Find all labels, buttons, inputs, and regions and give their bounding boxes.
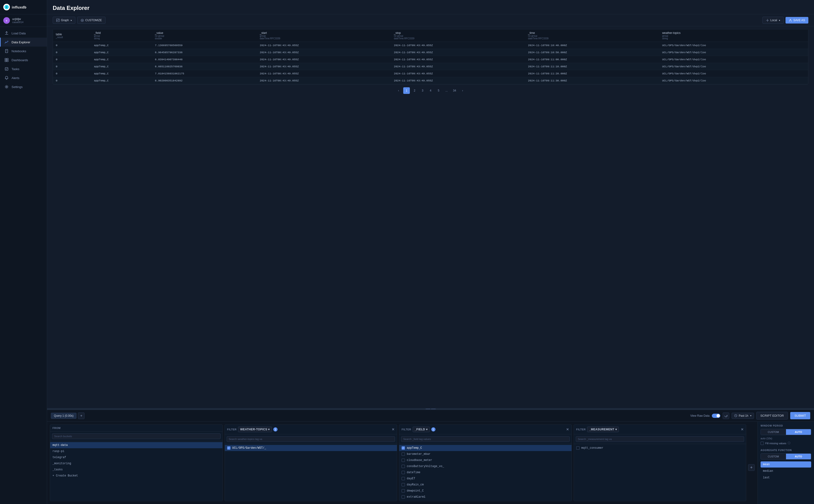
aggregate-function-section: AGGREGATE FUNCTION CUSTOM AUTO meanmedia… — [761, 449, 811, 481]
save-label: SAVE AS — [793, 19, 805, 22]
svg-rect-6 — [7, 58, 8, 60]
filter-1-list: ✓ UCL/OPS/Garden/WST/_ — [225, 444, 397, 501]
chevron-down-icon: ▾ — [268, 428, 270, 431]
list-item[interactable]: cloudbase_meter — [399, 457, 572, 463]
cell-start: 2024-11-16T08:43:49.055Z — [257, 42, 391, 49]
sidebar-item-tasks[interactable]: Tasks — [0, 64, 47, 73]
list-item[interactable]: extraAlarm1 — [399, 494, 572, 500]
page-2-button[interactable]: 2 — [411, 87, 418, 94]
filter-1-label: Filter — [227, 428, 237, 431]
list-item[interactable]: mqtt-data — [50, 442, 222, 448]
page-5-button[interactable]: 5 — [435, 87, 442, 94]
aggregate-function-item[interactable]: median — [761, 468, 811, 474]
sidebar-item-alerts[interactable]: Alerts — [0, 73, 47, 82]
filter-3-label: Filter — [576, 428, 586, 431]
page-3-button[interactable]: 3 — [419, 87, 426, 94]
add-query-button[interactable]: + — [78, 412, 84, 419]
graph-button[interactable]: Graph ▾ — [53, 17, 75, 24]
submit-button[interactable]: SUBMIT — [790, 412, 810, 419]
filter-3-close-button[interactable]: ✕ — [741, 428, 744, 431]
window-period-title: WINDOW PERIOD — [761, 424, 811, 427]
save-as-button[interactable]: SAVE AS — [786, 17, 808, 24]
list-item[interactable]: barometer_mbar — [399, 451, 572, 457]
time-range-button[interactable]: Past 1h ▾ — [732, 413, 754, 419]
page-4-button[interactable]: 4 — [427, 87, 434, 94]
agg-custom-button[interactable]: CUSTOM — [761, 454, 786, 459]
add-filter-button[interactable]: + — [748, 464, 755, 471]
sidebar-item-settings[interactable]: Settings — [0, 82, 47, 91]
list-item[interactable]: dateTime — [399, 469, 572, 476]
svg-rect-5 — [5, 58, 6, 60]
filter-item-label: appTemp_C — [407, 446, 422, 450]
filter-1-search-input[interactable] — [227, 436, 395, 442]
filter-3-search-input[interactable] — [576, 436, 744, 442]
chevron-down-icon: ▾ — [71, 19, 72, 22]
window-custom-button[interactable]: CUSTOM — [761, 429, 786, 435]
page-header: Data Explorer — [47, 0, 814, 14]
cell-time: 2024-11-16T09:10:50.000Z — [525, 49, 659, 56]
aggregate-function-item[interactable]: last — [761, 475, 811, 481]
cell-start: 2024-11-16T08:43:49.055Z — [257, 56, 391, 63]
list-item[interactable]: consBatteryVoltage_vo_ — [399, 463, 572, 469]
avatar: c — [3, 17, 10, 24]
aggregate-toggle: CUSTOM AUTO — [761, 453, 811, 460]
filter-2-dropdown[interactable]: _field ▾ — [413, 427, 430, 432]
user-profile[interactable]: c ucjtdjw casa0014 — [0, 14, 47, 27]
filter-2-close-button[interactable]: ✕ — [566, 428, 569, 431]
script-editor-button[interactable]: SCRIPT EDITOR — [756, 412, 788, 420]
page-1-button[interactable]: 1 — [403, 87, 410, 94]
search-buckets-input[interactable] — [52, 433, 220, 439]
list-item[interactable]: telegraf — [50, 454, 222, 460]
filter-1-close-button[interactable]: ✕ — [392, 428, 395, 431]
prev-page-button[interactable]: ‹ — [395, 87, 402, 94]
customize-button[interactable]: CUSTOMIZE — [77, 17, 105, 24]
cell-table: 0 — [53, 63, 91, 70]
window-auto-button[interactable]: AUTO — [786, 429, 811, 435]
aggregate-function-item[interactable]: mean — [761, 461, 811, 468]
cell-stop: 2024-11-16T09:43:49.055Z — [391, 56, 525, 63]
sidebar-item-load-data[interactable]: Load Data — [0, 29, 47, 38]
list-item[interactable]: dayET — [399, 476, 572, 482]
list-item[interactable]: ✓appTemp_C — [399, 445, 572, 451]
query-tab-1[interactable]: Query 1 (0.00s) — [51, 413, 76, 419]
cell-value: 7.136695768509559 — [152, 42, 257, 49]
refresh-button[interactable] — [723, 412, 729, 419]
filter-3-dropdown[interactable]: _measurement ▾ — [587, 427, 619, 432]
sidebar: i influxdb c ucjtdjw casa0014 Load Data — [0, 0, 47, 504]
sidebar-item-data-explorer[interactable]: Data Explorer — [0, 38, 47, 47]
list-item[interactable]: mqtt_consumer — [574, 445, 746, 451]
page-34-button[interactable]: 34 — [451, 87, 458, 94]
cell-stop: 2024-11-16T09:43:49.055Z — [391, 70, 525, 77]
fill-missing-checkbox[interactable] — [761, 442, 764, 445]
cell-stop: 2024-11-16T09:43:49.055Z — [391, 42, 525, 49]
table-row: 0 appTemp_C 6.902000351842892 2024-11-16… — [53, 77, 808, 84]
checkbox-unchecked — [401, 452, 405, 456]
next-page-button[interactable]: › — [459, 87, 466, 94]
cell-topic: UCL/OPS/Garden/WST/dvp2/loo — [659, 77, 808, 84]
list-item[interactable]: ✓ UCL/OPS/Garden/WST/_ — [225, 445, 397, 451]
view-raw-toggle[interactable] — [712, 414, 720, 418]
from-label: FROM — [52, 427, 60, 429]
agg-auto-button[interactable]: AUTO — [786, 454, 811, 459]
filter-3-header: Filter _measurement ▾ ✕ — [574, 425, 746, 434]
svg-rect-8 — [7, 60, 8, 62]
list-item[interactable]: rasp-pi — [50, 448, 222, 454]
user-org: casa0014 — [12, 21, 24, 24]
list-item[interactable]: dayRain_cm — [399, 482, 572, 488]
filter-1-dropdown[interactable]: weather-topics ▾ — [238, 427, 272, 432]
username: ucjtdjw — [12, 17, 24, 21]
cell-value: 6.665116025769836 — [152, 63, 257, 70]
sidebar-item-notebooks[interactable]: Notebooks — [0, 47, 47, 56]
checkbox-checked: ✓ — [227, 446, 230, 450]
filter-2-search-input[interactable] — [401, 436, 570, 442]
list-item[interactable]: dewpoint_C — [399, 488, 572, 494]
cell-stop: 2024-11-16T09:43:49.055Z — [391, 63, 525, 70]
list-item[interactable]: _monitoring — [50, 460, 222, 467]
sidebar-item-dashboards[interactable]: Dashboards — [0, 56, 47, 64]
list-item[interactable]: + Create Bucket — [50, 473, 222, 479]
col-stop: _stop no group dateTime:RFC3339 — [391, 29, 525, 42]
local-button[interactable]: Local ▾ — [762, 17, 784, 24]
cell-topic: UCL/OPS/Garden/WST/dvp2/loo — [659, 56, 808, 63]
list-item[interactable]: _tasks — [50, 467, 222, 473]
view-raw-label: View Raw Data — [690, 414, 710, 417]
